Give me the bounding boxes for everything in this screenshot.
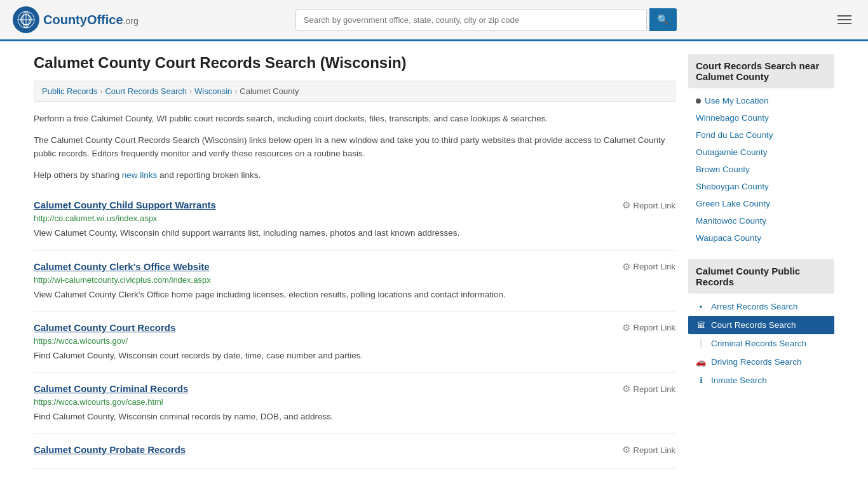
location-dot-icon bbox=[696, 98, 701, 104]
logo-text: CountyOffice.org bbox=[43, 13, 139, 27]
rec-label-4: Inmate Search bbox=[711, 376, 767, 385]
report-icon-4: ⚙ bbox=[622, 444, 630, 456]
nearby-links-container: Winnebago CountyFond du Lac CountyOutaga… bbox=[688, 109, 834, 247]
breadcrumb-sep-3: › bbox=[234, 87, 237, 96]
breadcrumb-link-court-records[interactable]: Court Records Search bbox=[105, 86, 187, 96]
result-header-1: Calumet County Clerk's Office Website ⚙ … bbox=[34, 261, 675, 273]
result-header-2: Calumet County Court Records ⚙ Report Li… bbox=[34, 322, 675, 334]
search-icon: 🔍 bbox=[657, 14, 669, 25]
result-item: Calumet County Criminal Records ⚙ Report… bbox=[34, 373, 675, 434]
description-para3: Help others by sharing new links and rep… bbox=[34, 168, 675, 182]
nearby-link-1[interactable]: Fond du Lac County bbox=[688, 126, 834, 144]
breadcrumb-link-public-records[interactable]: Public Records bbox=[42, 86, 97, 96]
result-desc-0: View Calumet County, Wisconsin child sup… bbox=[34, 227, 675, 240]
rec-label-2: Criminal Records Search bbox=[711, 339, 806, 348]
search-button[interactable]: 🔍 bbox=[649, 8, 677, 31]
report-icon-1: ⚙ bbox=[622, 261, 630, 273]
result-url-1[interactable]: http://wi-calumetcounty.civicplus.com/in… bbox=[34, 275, 675, 285]
description-para1: Perform a free Calumet County, WI public… bbox=[34, 112, 675, 126]
result-url-2[interactable]: https://wcca.wicourts.gov/ bbox=[34, 336, 675, 346]
report-text-4: Report Link bbox=[634, 445, 675, 455]
menu-icon-line1 bbox=[837, 15, 851, 17]
result-title-4[interactable]: Calumet County Probate Records bbox=[34, 444, 186, 455]
report-link-2[interactable]: ⚙ Report Link bbox=[622, 322, 675, 334]
result-desc-3: Find Calumet County, Wisconsin criminal … bbox=[34, 410, 675, 423]
public-records-container: ▪ Arrest Records Search 🏛 Court Records … bbox=[688, 297, 834, 390]
menu-button[interactable] bbox=[834, 11, 855, 28]
result-url-3[interactable]: https://wcca.wicourts.gov/case.html bbox=[34, 397, 675, 407]
use-location-link[interactable]: Use My Location bbox=[688, 92, 834, 109]
nearby-link-7[interactable]: Waupaca County bbox=[688, 229, 834, 247]
menu-icon-line2 bbox=[837, 19, 851, 20]
result-item: Calumet County Probate Records ⚙ Report … bbox=[34, 434, 675, 469]
nearby-section: Court Records Search near Calumet County… bbox=[688, 54, 834, 247]
logo-area: CountyOffice.org bbox=[13, 6, 139, 33]
content-wrapper: Calumet County Court Records Search (Wis… bbox=[21, 41, 847, 482]
results-container: Calumet County Child Support Warrants ⚙ … bbox=[34, 189, 675, 469]
report-text-2: Report Link bbox=[634, 323, 675, 332]
rec-label-1: Court Records Search bbox=[711, 320, 796, 330]
breadcrumb: Public Records › Court Records Search › … bbox=[34, 81, 675, 102]
report-text-1: Report Link bbox=[634, 262, 675, 271]
public-rec-item-4[interactable]: ℹ Inmate Search bbox=[688, 371, 834, 390]
nearby-link-4[interactable]: Sheboygan County bbox=[688, 178, 834, 195]
search-input[interactable] bbox=[295, 10, 647, 30]
result-title-1[interactable]: Calumet County Clerk's Office Website bbox=[34, 261, 210, 272]
result-item: Calumet County Child Support Warrants ⚙ … bbox=[34, 189, 675, 250]
report-icon-2: ⚙ bbox=[622, 322, 630, 334]
new-links-link[interactable]: new links bbox=[122, 170, 158, 180]
rec-icon-1: 🏛 bbox=[696, 321, 706, 330]
result-header-0: Calumet County Child Support Warrants ⚙ … bbox=[34, 200, 675, 211]
header: CountyOffice.org 🔍 bbox=[0, 0, 868, 41]
result-item: Calumet County Clerk's Office Website ⚙ … bbox=[34, 251, 675, 312]
result-title-3[interactable]: Calumet County Criminal Records bbox=[34, 383, 188, 394]
result-header-3: Calumet County Criminal Records ⚙ Report… bbox=[34, 383, 675, 395]
public-records-section: Calumet County Public Records ▪ Arrest R… bbox=[688, 259, 834, 390]
report-link-1[interactable]: ⚙ Report Link bbox=[622, 261, 675, 273]
breadcrumb-sep-2: › bbox=[189, 87, 192, 96]
rec-icon-0: ▪ bbox=[696, 302, 706, 311]
result-item: Calumet County Court Records ⚙ Report Li… bbox=[34, 312, 675, 373]
public-records-heading: Calumet County Public Records bbox=[688, 259, 834, 294]
report-link-0[interactable]: ⚙ Report Link bbox=[622, 200, 675, 211]
result-header-4: Calumet County Probate Records ⚙ Report … bbox=[34, 444, 675, 456]
public-rec-item-3[interactable]: 🚗 Driving Records Search bbox=[688, 353, 834, 371]
public-rec-item-2[interactable]: ❕ Criminal Records Search bbox=[688, 334, 834, 353]
report-link-4[interactable]: ⚙ Report Link bbox=[622, 444, 675, 456]
nearby-link-6[interactable]: Manitowoc County bbox=[688, 212, 834, 229]
main-content: Calumet County Court Records Search (Wis… bbox=[34, 54, 675, 469]
menu-icon-line3 bbox=[837, 23, 851, 24]
logo-icon bbox=[13, 6, 39, 33]
nearby-link-5[interactable]: Green Lake County bbox=[688, 195, 834, 212]
result-desc-2: Find Calumet County, Wisconsin court rec… bbox=[34, 349, 675, 362]
public-rec-item-0[interactable]: ▪ Arrest Records Search bbox=[688, 297, 834, 316]
nearby-link-2[interactable]: Outagamie County bbox=[688, 144, 834, 161]
result-title-2[interactable]: Calumet County Court Records bbox=[34, 322, 175, 333]
nearby-link-0[interactable]: Winnebago County bbox=[688, 109, 834, 126]
report-icon-0: ⚙ bbox=[622, 200, 630, 211]
sidebar: Court Records Search near Calumet County… bbox=[688, 54, 834, 469]
search-area: 🔍 bbox=[295, 8, 677, 31]
nearby-link-3[interactable]: Brown County bbox=[688, 161, 834, 178]
page-title: Calumet County Court Records Search (Wis… bbox=[34, 54, 675, 72]
rec-icon-4: ℹ bbox=[696, 376, 706, 385]
breadcrumb-link-wisconsin[interactable]: Wisconsin bbox=[194, 86, 232, 96]
description-para2: The Calumet County Court Records Search … bbox=[34, 133, 675, 161]
breadcrumb-current: Calumet County bbox=[240, 86, 299, 96]
nearby-heading: Court Records Search near Calumet County bbox=[688, 54, 834, 88]
report-text-0: Report Link bbox=[634, 201, 675, 210]
result-url-0[interactable]: http://co.calumet.wi.us/index.aspx bbox=[34, 214, 675, 223]
result-desc-1: View Calumet County Clerk's Office home … bbox=[34, 288, 675, 301]
rec-icon-3: 🚗 bbox=[696, 358, 706, 367]
rec-label-0: Arrest Records Search bbox=[711, 302, 798, 311]
public-rec-item-1[interactable]: 🏛 Court Records Search bbox=[688, 316, 834, 334]
rec-label-3: Driving Records Search bbox=[711, 357, 802, 367]
report-icon-3: ⚙ bbox=[622, 383, 630, 395]
report-text-3: Report Link bbox=[634, 384, 675, 394]
result-title-0[interactable]: Calumet County Child Support Warrants bbox=[34, 200, 216, 210]
rec-icon-2: ❕ bbox=[696, 339, 706, 348]
report-link-3[interactable]: ⚙ Report Link bbox=[622, 383, 675, 395]
breadcrumb-sep-1: › bbox=[100, 87, 102, 96]
